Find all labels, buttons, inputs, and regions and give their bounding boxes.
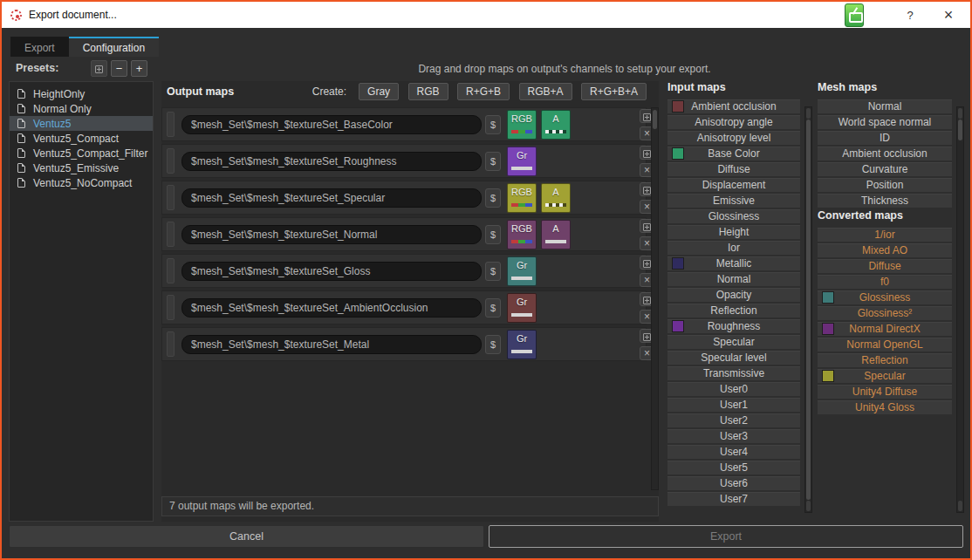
preset-item[interactable]: Ventuz5_NoCompact [10,175,153,190]
filename-pattern-input[interactable] [181,298,482,318]
scroll-down-button[interactable] [806,501,811,511]
drag-handle[interactable] [167,148,175,174]
input-map-item[interactable]: Anisotropy angle [667,115,800,129]
channel-chip[interactable]: RGB [507,220,537,249]
filename-pattern-input[interactable] [181,225,482,244]
mesh-map-item[interactable]: Position [818,178,952,192]
input-map-item[interactable]: User2 [667,413,800,427]
input-map-item[interactable]: Opacity [667,288,800,302]
input-map-item[interactable]: Displacement [667,178,800,192]
converted-map-item[interactable]: Normal OpenGL [818,338,952,352]
converted-map-item[interactable]: Unity4 Gloss [818,400,952,414]
drag-handle[interactable] [167,295,175,320]
create-output-button[interactable]: RGB [408,83,448,100]
pattern-variables-button[interactable]: $ [485,262,501,281]
channel-chip[interactable]: A [541,183,571,213]
input-map-item[interactable]: Reflection [667,304,800,318]
input-map-item[interactable]: User3 [667,429,800,443]
input-map-item[interactable]: User4 [667,445,800,459]
preset-item[interactable]: HeightOnly [10,86,153,101]
tab[interactable]: Configuration [69,37,159,57]
remove-preset-button[interactable]: − [111,60,127,77]
scroll-up-button[interactable] [958,108,962,119]
channel-chip[interactable]: Gr [507,293,537,323]
converted-map-item[interactable]: Specular [818,369,952,383]
input-map-item[interactable]: Ambient occlusion [667,99,800,113]
input-map-item[interactable]: User7 [667,492,800,506]
scroll-up-button[interactable] [806,108,811,119]
mesh-map-item[interactable]: Ambient occlusion [818,147,952,160]
preset-item[interactable]: Ventuz5 [10,116,153,131]
filename-pattern-input[interactable] [181,115,482,134]
converted-map-item[interactable]: Unity4 Diffuse [818,385,952,399]
filename-pattern-input[interactable] [181,335,482,354]
input-map-item[interactable]: Glossiness [667,209,800,223]
create-output-button[interactable]: R+G+B [457,83,510,100]
converted-map-item[interactable]: Normal DirectX [818,322,952,336]
mesh-map-item[interactable]: Normal [818,99,952,113]
channel-chip[interactable]: RGB [507,183,537,213]
input-map-item[interactable]: Metallic [667,256,800,270]
pattern-variables-button[interactable]: $ [485,188,501,208]
input-map-item[interactable]: Roughness [667,319,800,333]
pattern-variables-button[interactable]: $ [485,298,501,318]
channel-chip[interactable]: Gr [507,147,537,176]
input-map-item[interactable]: Base Color [667,147,800,160]
input-map-item[interactable]: Specular [667,335,800,349]
drag-handle[interactable] [167,331,175,357]
input-map-item[interactable]: Specular level [667,351,800,365]
converted-map-item[interactable]: Glossiness [818,290,952,304]
scrollbar-thumb[interactable] [653,110,657,129]
channel-chip[interactable]: Gr [507,330,537,359]
create-output-button[interactable]: RGB+A [519,83,572,100]
filename-pattern-input[interactable] [181,262,482,281]
preset-item[interactable]: Ventuz5_Emissive [10,160,153,175]
pattern-variables-button[interactable]: $ [485,225,501,244]
add-preset-button[interactable]: + [131,60,147,77]
filename-pattern-input[interactable] [181,152,482,171]
channel-chip[interactable]: RGB [507,110,537,140]
help-button[interactable]: ? [897,9,923,22]
input-map-item[interactable]: User1 [667,398,800,412]
mesh-map-item[interactable]: ID [818,131,952,145]
scrollbar-thumb[interactable] [958,120,962,140]
input-map-item[interactable]: Ior [667,241,800,255]
channel-chip[interactable]: Gr [507,256,537,286]
input-map-item[interactable]: Emissive [667,194,800,208]
duplicate-preset-button[interactable] [91,60,107,77]
filename-pattern-input[interactable] [181,188,482,208]
pattern-variables-button[interactable]: $ [485,152,501,171]
create-output-button[interactable]: R+G+B+A [581,83,647,100]
input-map-item[interactable]: Normal [667,272,800,286]
input-map-item[interactable]: User5 [667,461,800,475]
converted-map-item[interactable]: Glossiness² [818,306,952,320]
converted-map-item[interactable]: Reflection [818,353,952,367]
converted-map-item[interactable]: Diffuse [818,259,952,273]
mesh-maps-scrollbar[interactable] [956,106,964,513]
input-map-item[interactable]: Anisotropy level [667,131,800,145]
scroll-down-button[interactable] [958,501,962,511]
channel-chip[interactable]: A [541,220,571,249]
pattern-variables-button[interactable]: $ [485,115,501,134]
input-map-item[interactable]: User0 [667,382,800,396]
create-output-button[interactable]: Gray [359,83,399,100]
input-map-item[interactable]: Transmissive [667,366,800,380]
input-map-item[interactable]: Height [667,225,800,239]
preset-item[interactable]: Ventuz5_Compact [10,131,153,146]
output-scrollbar[interactable] [651,107,659,490]
input-map-item[interactable]: User6 [667,476,800,490]
mesh-map-item[interactable]: World space normal [818,115,952,129]
converted-map-item[interactable]: f0 [818,275,952,289]
converted-map-item[interactable]: Mixed AO [818,243,952,257]
channel-chip[interactable]: A [541,110,571,140]
input-map-item[interactable]: Diffuse [667,162,800,176]
converted-map-item[interactable]: 1/ior [818,228,952,242]
cancel-button[interactable]: Cancel [9,525,484,548]
scrollbar-thumb[interactable] [806,120,811,500]
preset-item[interactable]: Ventuz5_Compact_Filter [10,146,153,160]
drag-handle[interactable] [167,222,175,247]
mesh-map-item[interactable]: Thickness [818,194,952,208]
drag-handle[interactable] [167,112,175,137]
close-button[interactable]: × [935,7,962,23]
tab[interactable]: Export [10,37,69,57]
